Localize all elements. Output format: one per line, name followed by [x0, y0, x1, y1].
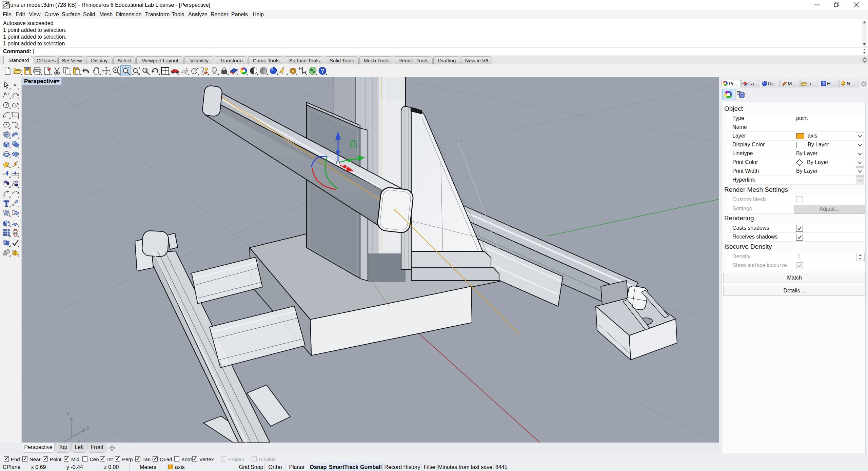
svg-text:z: z: [67, 411, 70, 417]
svg-text:x: x: [77, 438, 80, 443]
svg-text:6: 6: [7, 2, 9, 5]
svg-text:?: ?: [321, 68, 324, 74]
svg-text:y: y: [87, 424, 90, 430]
svg-text:?: ?: [823, 82, 825, 86]
svg-text:Perspective: Perspective: [24, 78, 56, 84]
